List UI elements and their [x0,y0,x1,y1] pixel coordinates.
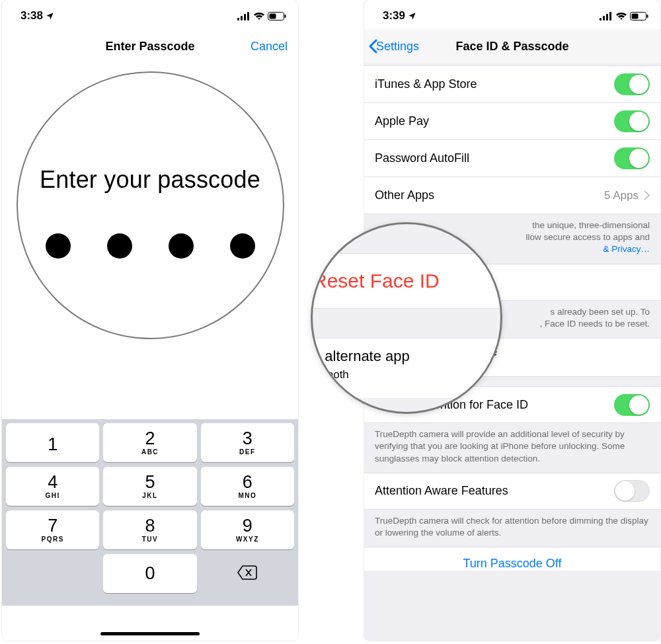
key-3[interactable]: 3DEF [201,423,294,462]
passcode-screen: 3:38 Enter Passcode Cancel Enter your pa… [2,0,298,641]
signal-icon [237,12,251,20]
backspace-key[interactable] [201,554,294,593]
key-letters: PQRS [41,536,63,543]
navbar: Settings Face ID & Passcode [364,29,660,63]
passcode-dot [169,233,194,259]
cancel-button[interactable]: Cancel [251,40,288,54]
row-label: Apple Pay [375,114,614,128]
status-bar: 3:38 [2,0,298,29]
navbar: Enter Passcode Cancel [2,29,298,63]
key-number: 8 [145,517,155,535]
wifi-icon [253,12,265,20]
svg-rect-0 [237,18,239,20]
svg-rect-5 [270,13,276,19]
chevron-right-icon [644,190,650,200]
passcode-prompt: Enter your passcode [40,166,260,194]
key-letters: GHI [46,492,60,499]
row-other-apps[interactable]: Other Apps 5 Apps [364,177,660,214]
wifi-icon [615,12,627,20]
navbar-title: Face ID & Passcode [455,40,568,54]
key-number: 5 [145,473,155,491]
svg-rect-10 [609,12,611,20]
key-6[interactable]: 6MNO [201,467,294,506]
svg-rect-9 [606,14,608,20]
key-number: 6 [243,473,253,491]
svg-rect-12 [632,13,639,19]
key-9[interactable]: 9WXYZ [201,510,294,549]
key-number: 0 [145,565,155,583]
key-letters: WXYZ [236,536,259,543]
key-8[interactable]: 8TUV [103,510,196,549]
toggle-apple-pay[interactable] [614,110,650,132]
svg-rect-6 [285,15,286,18]
toggle-autofill[interactable] [614,147,650,169]
svg-rect-2 [244,14,246,20]
key-letters: TUV [142,536,159,543]
navbar-title: Enter Passcode [105,40,194,54]
key-number: 4 [48,473,58,491]
toggle-itunes[interactable] [614,73,650,95]
row-password-autofill[interactable]: Password AutoFill [364,140,660,177]
location-icon [408,12,416,20]
status-time: 3:39 [383,9,405,22]
row-label: Attention Aware Features [375,484,614,498]
status-time: 3:38 [20,9,43,22]
toggle-require-attention[interactable] [614,394,650,416]
passcode-dot [230,233,255,259]
key-number: 7 [48,517,58,535]
row-label: Other Apps [375,188,604,202]
battery-icon [268,12,286,20]
magnified-reset-face-id[interactable]: Reset Face ID [311,253,502,309]
back-button[interactable]: Settings [368,39,419,54]
key-number: 9 [243,517,253,535]
key-letters: JKL [142,492,157,499]
passcode-dot [107,233,132,259]
key-letters: MNO [238,492,256,499]
row-label: iTunes & App Store [375,77,614,91]
reset-face-id-label: Reset Face ID [313,270,440,292]
row-attention-aware[interactable]: Attention Aware Features [364,473,660,510]
svg-rect-13 [647,15,648,18]
signal-icon [600,12,613,20]
row-apple-pay[interactable]: Apple Pay [364,103,660,140]
location-icon [46,12,54,20]
row-label: n alternate app [313,348,410,364]
row-turn-passcode-off[interactable]: Turn Passcode Off [364,547,660,571]
svg-rect-3 [247,12,249,20]
status-bar: 3:39 [364,0,660,29]
key-5[interactable]: 5JKL [103,467,196,506]
passcode-body: Enter your passcode [2,63,298,419]
key-1[interactable]: 1 [6,423,99,462]
key-number: 2 [145,430,155,448]
key-7[interactable]: 7PQRS [6,510,99,549]
battery-icon [630,12,648,20]
row-value: 5 Apps [604,189,639,202]
home-indicator[interactable] [100,632,200,635]
row-label: Password AutoFill [375,151,614,165]
footer-aware-info: TrueDepth camera will check for attentio… [364,510,660,547]
back-label: Settings [376,40,419,54]
numeric-keypad: 12ABC3DEF 4GHI5JKL6MNO 7PQRS8TUV9WXYZ 0 [2,419,298,606]
key-number: 1 [48,436,58,454]
key-number: 3 [243,430,253,448]
key-4[interactable]: 4GHI [6,467,99,506]
row-itunes-app-store[interactable]: iTunes & App Store [364,66,660,103]
passcode-dot [46,233,71,259]
svg-rect-8 [603,16,605,20]
toggle-attention-aware[interactable] [614,480,650,502]
key-0[interactable]: 0 [103,554,196,593]
passcode-dots [46,233,255,259]
backspace-icon [237,565,257,583]
footer-attention-info: TrueDepth camera will provide an additio… [364,423,660,473]
magnifier-highlight: ients. A Reset Face ID n alternate app l… [311,222,502,414]
key-blank [6,554,99,593]
privacy-link[interactable]: & Privacy… [603,244,650,254]
key-2[interactable]: 2ABC [103,423,196,462]
svg-rect-7 [600,18,602,20]
key-letters: ABC [141,448,159,456]
svg-rect-1 [241,16,243,20]
key-letters: DEF [239,448,256,456]
tutorial-highlight-circle: Enter your passcode [17,71,284,339]
